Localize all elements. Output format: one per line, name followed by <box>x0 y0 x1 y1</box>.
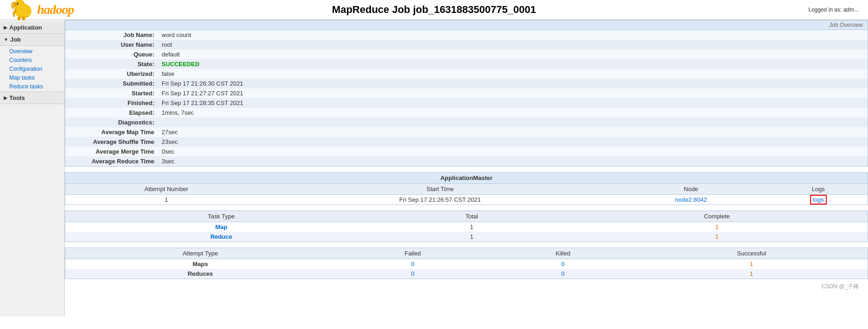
task-summary-table: Task Type Total Complete Map11Reduce11 <box>65 211 868 242</box>
page-title: MapReduce Job job_1631883500775_0001 <box>332 4 536 16</box>
job-info-row: Queue:default <box>65 50 868 59</box>
attempt-summary-section: Attempt Type Failed Killed Successful Ma… <box>65 248 868 279</box>
task-type-link[interactable]: Map <box>215 223 227 230</box>
job-info-row: Job Name:word count <box>65 30 868 40</box>
attempt-col-killed: Killed <box>491 248 635 259</box>
attempt-type: Reduces <box>65 269 335 279</box>
job-info-label: Queue: <box>65 50 158 59</box>
task-total: 1 <box>377 232 566 242</box>
task-complete: 1 <box>566 222 868 232</box>
am-node: node2:8042 <box>613 195 769 205</box>
attempt-col-successful: Successful <box>635 248 868 259</box>
task-total: 1 <box>377 222 566 232</box>
job-info-value <box>158 118 868 127</box>
job-info-row: Started:Fri Sep 17 21:27:27 CST 2021 <box>65 88 868 98</box>
job-info-value: Fri Sep 17 21:26:30 CST 2021 <box>158 79 868 88</box>
job-arrow-icon: ▼ <box>4 37 8 42</box>
task-col-total: Total <box>377 211 566 222</box>
job-info-label: Average Merge Time <box>65 147 158 156</box>
job-info-label: Uberized: <box>65 69 158 79</box>
configuration-link[interactable]: Configuration <box>9 66 42 72</box>
am-section-header: ApplicationMaster <box>65 173 868 184</box>
svg-point-3 <box>17 3 19 5</box>
am-attempt-number: 1 <box>65 195 267 205</box>
job-info-label: User Name: <box>65 40 158 50</box>
job-info-value: default <box>158 50 868 59</box>
job-info-label: Average Reduce Time <box>65 156 158 166</box>
attempt-col-failed: Failed <box>335 248 491 259</box>
sidebar-item-overview[interactable]: Overview <box>0 47 64 56</box>
svg-rect-5 <box>18 17 20 20</box>
application-arrow-icon: ▶ <box>4 25 7 30</box>
job-overview-label: Job Overview <box>65 20 868 30</box>
job-info-value: false <box>158 69 868 79</box>
attempt-failed-link[interactable]: 0 <box>411 261 415 267</box>
attempt-successful: 1 <box>635 269 868 279</box>
attempt-type: Maps <box>65 259 335 269</box>
sidebar-tools-header[interactable]: ▶ Tools <box>0 92 64 104</box>
task-type-link[interactable]: Reduce <box>210 233 232 240</box>
application-master-section: ApplicationMaster Attempt Number Start T… <box>65 172 868 205</box>
am-node-link[interactable]: node2:8042 <box>675 196 707 203</box>
task-col-type: Task Type <box>65 211 377 222</box>
job-info-value: 1mins, 7sec <box>158 108 868 118</box>
tools-arrow-icon: ▶ <box>4 95 7 100</box>
am-table-header-row: Attempt Number Start Time Node Logs <box>65 184 868 195</box>
job-info-row: Average Map Time27sec <box>65 127 868 137</box>
am-col-node: Node <box>613 184 769 195</box>
sidebar-item-map-tasks[interactable]: Map tasks <box>0 73 64 82</box>
job-info-value: root <box>158 40 868 50</box>
header: hadoop MapReduce Job job_1631883500775_0… <box>0 0 868 20</box>
job-info-label: Job Name: <box>65 30 158 40</box>
sidebar-item-counters[interactable]: Counters <box>0 56 64 64</box>
task-complete: 1 <box>566 232 868 242</box>
sidebar-tools-label: Tools <box>9 94 25 101</box>
job-info-value: 3sec <box>158 156 868 166</box>
layout: ▶ Application ▼ Job Overview Counters Co… <box>0 20 868 317</box>
job-info-row: Elapsed:1mins, 7sec <box>65 108 868 118</box>
overview-link[interactable]: Overview <box>9 48 32 55</box>
counters-link[interactable]: Counters <box>9 57 32 63</box>
job-info-value: 27sec <box>158 127 868 137</box>
job-info-table: Job Name:word countUser Name:rootQueue:d… <box>65 30 868 166</box>
job-info-label: Finished: <box>65 98 158 108</box>
sidebar-application-header[interactable]: ▶ Application <box>0 22 64 34</box>
job-info-row: Average Reduce Time3sec <box>65 156 868 166</box>
am-logs-link[interactable]: logs <box>810 195 827 205</box>
attempt-col-type: Attempt Type <box>65 248 335 259</box>
task-summary-row: Map11 <box>65 222 868 232</box>
job-info-value: Fri Sep 17 21:28:35 CST 2021 <box>158 98 868 108</box>
main-content: Job Overview Job Name:word countUser Nam… <box>65 20 868 317</box>
attempt-summary-table: Attempt Type Failed Killed Successful Ma… <box>65 248 868 279</box>
attempt-failed: 0 <box>335 269 491 279</box>
job-info-value: word count <box>158 30 868 40</box>
sidebar-job-items: Overview Counters Configuration Map task… <box>0 46 64 92</box>
footer-watermark: CSDN @_子稀 <box>65 279 868 294</box>
job-info-row: Finished:Fri Sep 17 21:28:35 CST 2021 <box>65 98 868 108</box>
map-tasks-link[interactable]: Map tasks <box>9 74 35 81</box>
job-info-label: Elapsed: <box>65 108 158 118</box>
attempt-killed: 0 <box>491 259 635 269</box>
job-info-label: Average Shuffle Time <box>65 137 158 147</box>
job-info-row: Submitted:Fri Sep 17 21:26:30 CST 2021 <box>65 79 868 88</box>
am-col-attempt: Attempt Number <box>65 184 267 195</box>
attempt-failed: 0 <box>335 259 491 269</box>
job-info-row: Average Merge Time0sec <box>65 147 868 156</box>
attempt-killed: 0 <box>491 269 635 279</box>
hadoop-logo-icon <box>9 0 37 21</box>
job-info-row: State:SUCCEEDED <box>65 59 868 69</box>
task-summary-section: Task Type Total Complete Map11Reduce11 <box>65 211 868 242</box>
logged-in-label: Logged in as: adm... <box>808 6 859 13</box>
attempt-killed-link[interactable]: 0 <box>561 261 565 267</box>
am-start-time: Fri Sep 17 21:26:57 CST 2021 <box>267 195 613 205</box>
job-info-value: 23sec <box>158 137 868 147</box>
job-info-row: Average Shuffle Time23sec <box>65 137 868 147</box>
sidebar-job-header[interactable]: ▼ Job <box>0 34 64 46</box>
attempt-killed-link[interactable]: 0 <box>561 270 565 277</box>
attempt-successful: 1 <box>635 259 868 269</box>
sidebar-item-configuration[interactable]: Configuration <box>0 64 64 73</box>
attempt-failed-link[interactable]: 0 <box>411 270 415 277</box>
reduce-tasks-link[interactable]: Reduce tasks <box>9 83 43 90</box>
job-info-value: Fri Sep 17 21:27:27 CST 2021 <box>158 88 868 98</box>
sidebar-item-reduce-tasks[interactable]: Reduce tasks <box>0 82 64 91</box>
